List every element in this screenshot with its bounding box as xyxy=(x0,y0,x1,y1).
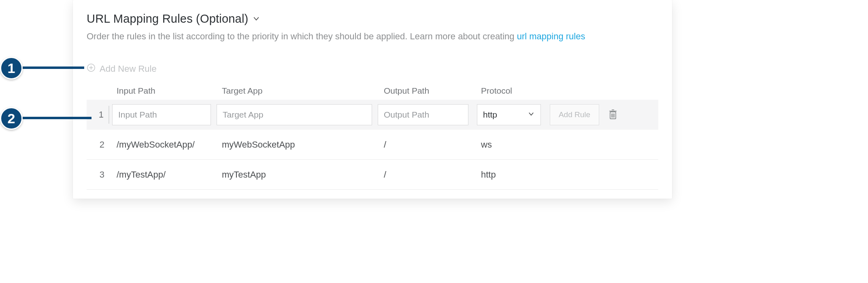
add-rule-button[interactable]: Add Rule xyxy=(550,104,599,125)
delete-rule-button[interactable] xyxy=(603,105,623,124)
col-header-target-app: Target App xyxy=(218,86,380,96)
chevron-down-icon[interactable] xyxy=(252,12,260,26)
protocol-select-value: http xyxy=(483,110,497,120)
input-path-field[interactable] xyxy=(112,104,211,125)
rules-table: Input Path Target App Output Path Protoc… xyxy=(87,86,658,190)
table-row[interactable]: 2 /myWebSocketApp/ myWebSocketApp / ws xyxy=(87,130,658,160)
cell-protocol: http xyxy=(477,169,551,180)
cell-protocol: ws xyxy=(477,139,551,150)
chevron-down-icon xyxy=(528,110,535,120)
target-app-field[interactable] xyxy=(217,104,372,125)
cell-output-path: / xyxy=(380,139,477,150)
table-header: Input Path Target App Output Path Protoc… xyxy=(87,86,658,100)
cell-input-path: /myWebSocketApp/ xyxy=(113,139,218,150)
section-title-row[interactable]: URL Mapping Rules (Optional) xyxy=(87,12,658,26)
row-index: 3 xyxy=(90,169,113,180)
add-new-rule-button[interactable]: Add New Rule xyxy=(87,63,658,75)
cell-target-app: myWebSocketApp xyxy=(218,139,380,150)
col-header-protocol: Protocol xyxy=(477,86,551,96)
plus-circle-icon xyxy=(87,63,96,75)
add-new-rule-label: Add New Rule xyxy=(100,64,157,74)
row-index: 2 xyxy=(90,139,113,150)
callout-badge-1: 1 xyxy=(0,57,23,79)
protocol-select[interactable]: http xyxy=(477,104,541,125)
section-subtitle: Order the rules in the list according to… xyxy=(87,30,658,43)
table-row[interactable]: 3 /myTestApp/ myTestApp / http xyxy=(87,160,658,190)
url-mapping-panel: URL Mapping Rules (Optional) Order the r… xyxy=(73,0,672,199)
callout-badge-1-text: 1 xyxy=(8,60,15,76)
output-path-field[interactable] xyxy=(378,104,468,125)
callout-line-2 xyxy=(23,117,91,119)
trash-icon xyxy=(608,109,618,121)
col-header-input-path: Input Path xyxy=(113,86,218,96)
callout-line-1 xyxy=(23,66,84,69)
table-row-editable: 1 http Add Rule xyxy=(87,100,658,130)
section-subtitle-text: Order the rules in the list according to… xyxy=(87,31,517,41)
section-title-text: URL Mapping Rules (Optional) xyxy=(87,12,248,26)
col-header-output-path: Output Path xyxy=(380,86,477,96)
cell-input-path: /myTestApp/ xyxy=(113,169,218,180)
cell-output-path: / xyxy=(380,169,477,180)
callout-badge-2: 2 xyxy=(0,107,23,130)
cell-target-app: myTestApp xyxy=(218,169,380,180)
callout-badge-2-text: 2 xyxy=(8,111,15,126)
row-index: 1 xyxy=(90,106,109,124)
url-mapping-rules-link[interactable]: url mapping rules xyxy=(517,31,585,41)
